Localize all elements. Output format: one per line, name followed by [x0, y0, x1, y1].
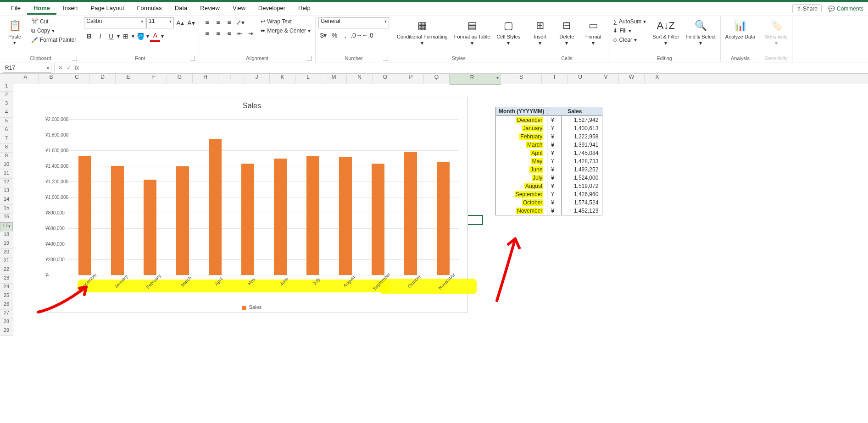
chart-bar[interactable] [209, 139, 222, 275]
col-header[interactable]: J [244, 74, 270, 83]
col-header[interactable]: M [321, 74, 347, 83]
cell-currency[interactable]: ¥ [547, 132, 562, 141]
cell-currency[interactable]: ¥ [547, 124, 562, 132]
comments-button[interactable]: 💬Comments [828, 5, 863, 12]
tab-data[interactable]: Data [168, 3, 194, 15]
col-header[interactable]: K [270, 74, 295, 83]
align-bottom-icon[interactable]: ≡ [224, 17, 234, 27]
row-header[interactable]: 28 [0, 319, 13, 327]
col-header[interactable]: C [64, 74, 90, 83]
number-format-select[interactable]: General [318, 17, 389, 28]
cell-currency[interactable]: ¥ [547, 174, 562, 182]
chart-bar[interactable] [339, 157, 352, 275]
row-header[interactable]: 5 [0, 118, 13, 126]
increase-decimal-icon[interactable]: .0→ [351, 30, 362, 40]
cell-value[interactable]: 1,574,524 [562, 198, 602, 207]
row-header[interactable]: 15 [0, 205, 13, 214]
align-left-icon[interactable]: ≡ [202, 28, 212, 38]
tab-insert[interactable]: Insert [56, 3, 84, 15]
chart-bar[interactable] [274, 159, 287, 275]
align-center-icon[interactable]: ≡ [213, 28, 223, 38]
cell-value[interactable]: 1,745,084 [562, 149, 602, 157]
row-header[interactable]: 22 [0, 266, 13, 275]
cell-currency[interactable]: ¥ [547, 207, 562, 215]
row-header[interactable]: 7 [0, 135, 13, 144]
chart-object[interactable]: Sales Sales ¥-¥200,000¥400,000¥600,000¥8… [36, 97, 468, 313]
wrap-text-button[interactable]: ↩Wrap Text [259, 17, 312, 26]
chart-bar[interactable] [404, 152, 417, 275]
col-header[interactable]: S [501, 74, 542, 83]
col-header[interactable]: Q [424, 74, 450, 83]
row-header[interactable]: 14 [0, 196, 13, 205]
chart-bar[interactable] [78, 156, 91, 275]
indent-inc-icon[interactable]: ⇥ [246, 28, 256, 38]
tab-help[interactable]: Help [292, 3, 317, 15]
col-header[interactable]: E [116, 74, 141, 83]
col-header[interactable]: U [568, 74, 593, 83]
col-header[interactable]: F [141, 74, 167, 83]
tab-developer[interactable]: Developer [252, 3, 292, 15]
row-header[interactable]: 1 [0, 83, 13, 92]
row-header[interactable]: 10 [0, 161, 13, 170]
chart-bar[interactable] [306, 156, 319, 275]
decrease-font-icon[interactable]: A▾ [186, 18, 196, 28]
cell-currency[interactable]: ¥ [547, 198, 562, 207]
font-name-select[interactable]: Calibri [84, 17, 145, 28]
table-row[interactable]: August¥1,519,072 [496, 182, 602, 190]
comma-icon[interactable]: , [340, 30, 351, 40]
cell-currency[interactable]: ¥ [547, 157, 562, 165]
insert-cells-button[interactable]: ⊞Insert▾ [528, 17, 552, 47]
dialog-launcher-icon[interactable] [383, 56, 388, 61]
col-header[interactable]: N [347, 74, 373, 83]
sort-filter-button[interactable]: A↓ZSort & Filter▾ [651, 17, 681, 47]
autosum-button[interactable]: ∑AutoSum ▾ [611, 17, 648, 26]
cell-value[interactable]: 1,524,000 [562, 174, 602, 182]
row-header[interactable]: 26 [0, 301, 13, 310]
col-header[interactable]: G [167, 74, 193, 83]
col-header[interactable]: H [193, 74, 218, 83]
format-cells-button[interactable]: ▭Format▾ [581, 17, 605, 47]
row-header[interactable]: 29 [0, 327, 13, 336]
conditional-formatting-button[interactable]: ▦Conditional Formatting▾ [395, 17, 450, 47]
chart-bar[interactable] [372, 164, 384, 275]
chart-bar[interactable] [176, 166, 189, 275]
font-color-button[interactable]: A [150, 30, 160, 42]
accounting-icon[interactable]: $▾ [318, 30, 328, 40]
cancel-icon[interactable]: ✕ [56, 65, 65, 71]
chart-bar[interactable] [241, 164, 254, 275]
row-header[interactable]: 19 [0, 240, 13, 249]
cell-currency[interactable]: ¥ [547, 182, 562, 190]
cell-month[interactable]: September [496, 190, 547, 198]
tab-page-layout[interactable]: Page Layout [84, 3, 131, 15]
cell-month[interactable]: November [496, 207, 547, 215]
cell-value[interactable]: 1,222,958 [562, 132, 602, 141]
row-header[interactable]: 11 [0, 170, 13, 179]
cell-currency[interactable]: ¥ [547, 149, 562, 157]
table-row[interactable]: June¥1,493,252 [496, 165, 602, 174]
cell-currency[interactable]: ¥ [547, 165, 562, 174]
row-header[interactable]: 18 [0, 231, 13, 240]
chart-bar[interactable] [144, 180, 156, 275]
table-row[interactable]: September¥1,426,960 [496, 190, 602, 198]
row-header[interactable]: 20 [0, 249, 13, 258]
col-header[interactable]: W [619, 74, 645, 83]
col-header[interactable]: O [373, 74, 398, 83]
row-header[interactable]: 9 [0, 153, 13, 161]
dialog-launcher-icon[interactable] [306, 56, 312, 61]
align-right-icon[interactable]: ≡ [224, 28, 234, 38]
col-header[interactable]: X [645, 74, 670, 83]
row-header[interactable]: 21 [0, 258, 13, 266]
row-header[interactable]: 27 [0, 310, 13, 319]
cell-value[interactable]: 1,400,613 [562, 124, 602, 132]
row-header[interactable]: 12 [0, 179, 13, 187]
col-header[interactable]: D [90, 74, 116, 83]
table-row[interactable]: October¥1,574,524 [496, 198, 602, 207]
table-row[interactable]: July¥1,524,000 [496, 174, 602, 182]
table-row[interactable]: May¥1,428,733 [496, 157, 602, 165]
col-header[interactable]: B [39, 74, 64, 83]
cut-button[interactable]: ✂️Cut [29, 17, 78, 26]
row-header[interactable]: 3 [0, 100, 13, 109]
cell-value[interactable]: 1,452,123 [562, 207, 602, 215]
column-headers[interactable]: ABCDEFGHIJKLMNOPQRSTUVWX [13, 74, 868, 83]
cell-month[interactable]: April [496, 149, 547, 157]
